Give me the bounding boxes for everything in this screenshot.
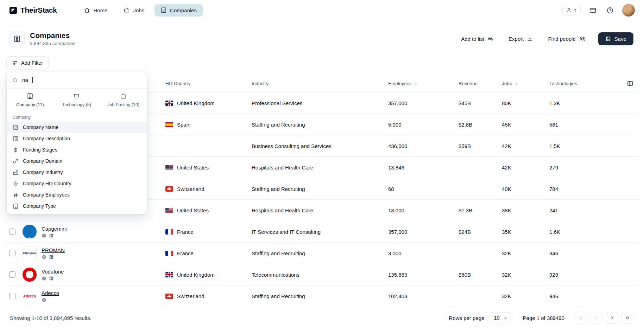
hq-country-value: France <box>177 229 194 235</box>
website-globe-icon[interactable] <box>42 233 46 238</box>
revenue-value: $59B <box>459 143 502 149</box>
find-people-button[interactable]: Find people <box>546 35 587 43</box>
user-avatar[interactable] <box>622 4 635 17</box>
linkedin-icon[interactable] <box>49 255 54 259</box>
theirstack-logo-icon <box>9 6 17 14</box>
filter-item-label: Company Description <box>23 136 70 141</box>
link-icon <box>13 158 19 164</box>
company-name-link[interactable]: Vodafone <box>42 269 64 275</box>
dollar-icon <box>13 147 19 153</box>
row-checkbox[interactable] <box>9 229 15 235</box>
employees-value: 13,846 <box>388 165 459 171</box>
column-label: Industry <box>252 81 269 86</box>
home-icon <box>84 7 90 13</box>
rows-per-page-select[interactable]: 10 <box>489 312 512 323</box>
employees-value: 68 <box>388 186 459 192</box>
filter-item-company-industry[interactable]: Company Industry <box>7 167 147 178</box>
find-people-label: Find people <box>548 36 575 42</box>
column-settings-button[interactable] <box>625 79 635 88</box>
column-header-revenue[interactable]: Revenue <box>459 81 502 86</box>
chevron-right-icon <box>609 315 615 321</box>
employees-value: 5,000 <box>388 122 459 128</box>
row-checkbox[interactable] <box>9 250 15 256</box>
add-filter-label: Add Filter <box>21 60 43 66</box>
filter-item-company-hq-country[interactable]: Company HQ Country <box>7 178 147 189</box>
filter-item-funding-stages[interactable]: Funding Stages <box>7 144 147 155</box>
building-icon <box>13 203 19 209</box>
filter-item-label: Company Domain <box>23 158 62 164</box>
save-button[interactable]: Save <box>598 32 633 45</box>
brand-home-link[interactable]: TheirStack <box>9 6 57 14</box>
row-checkbox[interactable] <box>9 293 15 299</box>
filter-item-company-employees[interactable]: Company Employees <box>7 189 147 200</box>
linkedin-icon[interactable] <box>49 276 54 281</box>
export-label: Export <box>509 36 524 42</box>
topbar-actions <box>562 4 635 17</box>
company-name-link[interactable]: PROMAN <box>42 247 65 253</box>
filter-item-company-description[interactable]: Company Description <box>7 133 147 144</box>
hq-country-value: United States <box>177 165 209 171</box>
jobs-value: 42K <box>502 165 549 171</box>
filter-search-input[interactable]: na <box>7 72 147 89</box>
country-flag-icon <box>165 272 173 277</box>
website-globe-icon[interactable] <box>42 297 46 302</box>
row-checkbox[interactable] <box>9 271 15 278</box>
jobs-value: 32K <box>502 293 549 299</box>
industry-value: IT Services and IT Consulting <box>252 229 388 235</box>
company-logo: Adecco <box>23 289 37 303</box>
rows-per-page-label: Rows per page <box>449 315 485 321</box>
billing-card-button[interactable] <box>588 5 598 15</box>
hq-country-value: Spain <box>177 122 190 128</box>
column-label: HQ Country <box>165 81 190 86</box>
people-icon <box>579 36 586 42</box>
filter-tab-company-11-[interactable]: Company (11) <box>7 93 53 107</box>
jobs-value: 32K <box>502 250 549 256</box>
filter-category-tabs: Company (11)Technology (5)Job Posting (1… <box>7 89 147 111</box>
filter-item-company-domain[interactable]: Company Domain <box>7 155 147 167</box>
employees-value: 102,403 <box>388 293 459 299</box>
export-button[interactable]: Export <box>506 35 535 42</box>
add-filter-button[interactable]: Add Filter <box>6 56 49 69</box>
revenue-value: $60B <box>459 272 502 278</box>
table-row: PROMANPROMANFranceStaffing and Recruitin… <box>6 243 638 264</box>
first-page-button[interactable] <box>575 312 587 324</box>
chevrons-right-icon <box>625 315 630 321</box>
column-header-technologies[interactable]: Technologies <box>549 81 624 86</box>
column-header-hq-country[interactable]: HQ Country <box>165 81 252 86</box>
filter-tab-technology-5-[interactable]: Technology (5) <box>53 93 100 107</box>
industry-value: Telecommunications <box>252 272 388 278</box>
company-name-link[interactable]: Adecco <box>42 290 59 296</box>
last-page-button[interactable] <box>621 312 633 324</box>
filter-tab-job-posting-10-[interactable]: Job Posting (10) <box>100 93 147 107</box>
nav-item-companies[interactable]: Companies <box>154 4 203 17</box>
nav-item-label: Companies <box>170 7 197 13</box>
column-header-industry[interactable]: Industry <box>252 81 388 86</box>
next-page-button[interactable] <box>606 312 618 324</box>
column-label: Employees <box>388 81 412 86</box>
company-name-link[interactable]: Capgemini <box>42 226 67 232</box>
country-flag-icon <box>165 122 173 127</box>
add-to-list-button[interactable]: Add to list <box>459 35 496 42</box>
employees-value: 135,689 <box>388 272 459 278</box>
column-header-employees[interactable]: Employees <box>388 81 459 86</box>
column-header-jobs[interactable]: Jobs <box>502 81 549 86</box>
linkedin-icon[interactable] <box>49 233 54 238</box>
website-globe-icon[interactable] <box>42 276 46 281</box>
filter-item-list: Company NameCompany DescriptionFunding S… <box>7 122 147 214</box>
nav-item-label: Home <box>93 7 107 13</box>
company-logo <box>23 268 37 282</box>
jobs-value: 32K <box>502 272 549 278</box>
nav-item-jobs[interactable]: Jobs <box>118 4 150 17</box>
jobs-value: 40K <box>502 186 549 192</box>
filter-item-company-type[interactable]: Company Type <box>7 200 147 212</box>
save-icon <box>605 36 611 42</box>
nav-item-home[interactable]: Home <box>78 4 113 17</box>
website-globe-icon[interactable] <box>42 255 46 259</box>
help-button[interactable] <box>605 5 615 15</box>
account-switcher-button[interactable] <box>562 5 581 15</box>
previous-page-button[interactable] <box>591 312 602 324</box>
filter-item-company-name[interactable]: Company Name <box>7 122 147 133</box>
companies-page-icon <box>9 31 25 46</box>
building-icon <box>13 136 19 142</box>
technologies-value: 784 <box>549 186 624 192</box>
